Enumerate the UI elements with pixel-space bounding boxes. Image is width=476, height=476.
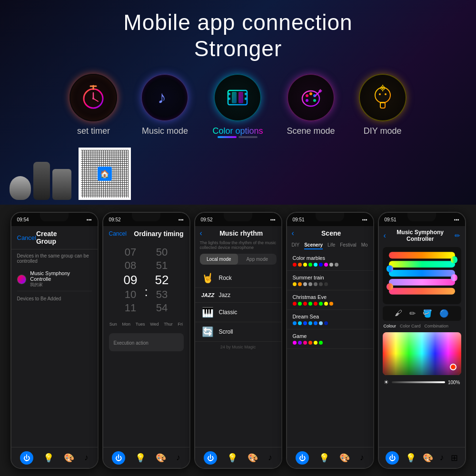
exec-section: Execution action	[109, 333, 184, 351]
music-nav-icon[interactable]: ♪	[84, 453, 89, 463]
svg-text:♪: ♪	[158, 88, 166, 107]
color-selector-dot[interactable]	[450, 364, 456, 370]
power-nav-icon3[interactable]: ⏻	[204, 451, 217, 465]
tab-festival[interactable]: Festival	[340, 242, 356, 249]
brightness-bar[interactable]	[392, 381, 445, 383]
brightness-row: ☀ 100%	[379, 377, 465, 387]
scene-dream-sea[interactable]: Dream Sea	[287, 310, 373, 329]
color-options-icon	[223, 83, 252, 112]
classic-label: Classic	[219, 309, 238, 316]
palette-nav-icon5[interactable]: 🎨	[423, 453, 433, 463]
phone1-time: 09:54	[17, 217, 29, 222]
svg-point-5	[92, 98, 94, 99]
tab-life[interactable]: Life	[327, 242, 335, 249]
scene-game[interactable]: Game	[287, 329, 373, 349]
phone-symphony: 09:51 ▪▪▪ ‹ Music Symphony Controller ✏	[378, 212, 466, 469]
tool-icons-row: 🖌 ✏ 🪣 🔵	[383, 306, 461, 321]
phone5-signal: ▪▪▪	[454, 217, 459, 222]
timer-icon	[79, 83, 108, 112]
power-nav-icon5[interactable]: ⏻	[386, 451, 399, 465]
feature-music: ♪ Music mode	[141, 74, 188, 136]
power-nav-icon[interactable]: ⏻	[20, 451, 33, 465]
bulb-nav-icon3[interactable]: 💡	[227, 453, 238, 463]
tab-scenery[interactable]: Scenery	[304, 242, 323, 249]
music-nav-icon2[interactable]: ♪	[176, 453, 180, 463]
bulb-nav-icon5[interactable]: 💡	[406, 453, 416, 463]
palette-nav-icon4[interactable]: 🎨	[339, 453, 350, 463]
brush-tool[interactable]: 🖌	[395, 309, 402, 318]
rock-label: Rock	[219, 275, 232, 281]
tab-mo[interactable]: Mo	[361, 242, 368, 249]
exec-label: Execution action	[114, 340, 149, 346]
slider-dot-2	[238, 136, 258, 138]
color-card-tab[interactable]: Color Card	[400, 324, 421, 328]
palette-nav-icon[interactable]: 🎨	[64, 453, 74, 463]
svg-rect-8	[228, 93, 230, 95]
phone3-back-btn[interactable]: ‹	[200, 229, 202, 238]
music-nav-icon3[interactable]: ♪	[268, 453, 272, 463]
diy-icon	[368, 83, 397, 112]
phone2-cancel-btn[interactable]: Cancel	[109, 230, 127, 237]
phone2-notch	[132, 213, 160, 221]
features-row: set timer ♪ Music mode	[69, 74, 406, 140]
bulb-nav-icon4[interactable]: 💡	[319, 453, 329, 463]
headline-line1: Mobile app connection Stronger	[123, 10, 352, 62]
scene-christmas-eve[interactable]: Christmas Eve	[287, 290, 373, 310]
svg-rect-42	[387, 283, 393, 290]
music-nav-icon4[interactable]: ♪	[360, 453, 364, 463]
music-nav-icon5[interactable]: ♪	[440, 453, 444, 463]
days-row: Sun Mon Tues Wed Thur Fri	[103, 319, 189, 329]
feature-timer-label: set timer	[77, 126, 110, 136]
scene-summer-train[interactable]: Summer train	[287, 271, 373, 290]
combination-tab[interactable]: Combination	[425, 324, 449, 328]
music-item-jazz[interactable]: JAZZ Jazz	[195, 288, 281, 303]
phone1-add-section: Devices to Be Added	[17, 296, 92, 301]
eraser-tool[interactable]: ✏	[409, 309, 416, 318]
power-nav-icon4[interactable]: ⏻	[296, 451, 309, 465]
bulb-nav-icon[interactable]: 💡	[43, 453, 54, 463]
phone5-title: Music Symphony Controller	[386, 229, 455, 242]
phone1-cancel-btn[interactable]: Cancel	[17, 234, 36, 241]
colour-tab[interactable]: Colour	[384, 324, 397, 328]
music-item-classic[interactable]: 🎹 Classic	[195, 303, 281, 322]
tab-diy[interactable]: DIY	[292, 242, 300, 249]
fill-tool[interactable]: 🪣	[423, 309, 432, 318]
phone2-screen: Cancel Ordinary timing 07 08 09 10 11 : …	[103, 226, 189, 447]
feature-color: Color options	[212, 74, 263, 140]
svg-rect-9	[228, 98, 230, 100]
phone4-bottom-nav: ⏻ 💡 🎨 ♪	[287, 447, 373, 468]
grid-nav-icon5[interactable]: ⊞	[451, 453, 458, 463]
palette-nav-icon2[interactable]: 🎨	[156, 453, 166, 463]
device-sub: 我的家	[30, 282, 91, 288]
music-item-scroll[interactable]: 🔄 Scroll	[195, 322, 281, 342]
feature-color-label: Color options	[212, 126, 263, 136]
top-section: Mobile app connection Stronger	[0, 0, 476, 205]
device-color-indicator	[17, 275, 27, 284]
palette-nav-icon3[interactable]: 🎨	[248, 453, 258, 463]
app-mode-btn[interactable]: App mode	[238, 254, 277, 265]
phone1-signal: ▪▪▪	[87, 217, 92, 222]
jazz-label: Jazz	[219, 292, 231, 298]
local-mode-btn[interactable]: Local mode	[200, 254, 238, 265]
slider-dot-1	[218, 136, 237, 138]
color-wheel[interactable]	[383, 332, 461, 375]
brightness-icon: ☀	[384, 379, 389, 386]
phone5-edit-btn[interactable]: ✏	[455, 232, 460, 239]
phone2-title: Ordinary timing	[134, 230, 183, 238]
svg-rect-12	[232, 92, 237, 103]
phone3-bottom-nav: ⏻ 💡 🎨 ♪	[195, 447, 281, 468]
phone3-screen: ‹ Music rhythm The lights follow the rhy…	[195, 226, 281, 447]
scene-color-marbles[interactable]: Color marbles	[287, 251, 373, 271]
jazz-icon: JAZZ	[201, 292, 215, 298]
mode-toggle: Local mode App mode	[200, 254, 277, 265]
brightness-value: 100%	[448, 380, 460, 385]
music-icon: ♪	[150, 83, 179, 112]
color-pick-tool[interactable]: 🔵	[439, 309, 449, 318]
power-nav-icon2[interactable]: ⏻	[112, 451, 125, 465]
bulb-nav-icon2[interactable]: 💡	[135, 453, 146, 463]
feature-diy-label: DIY mode	[364, 126, 402, 136]
feature-scene-label: Scene mode	[287, 126, 335, 136]
music-item-rock[interactable]: 🤘 Rock	[195, 268, 281, 288]
classic-icon: 🎹	[201, 307, 215, 318]
phone3-subtitle: The lights follow the rhythm of the musi…	[195, 240, 281, 250]
